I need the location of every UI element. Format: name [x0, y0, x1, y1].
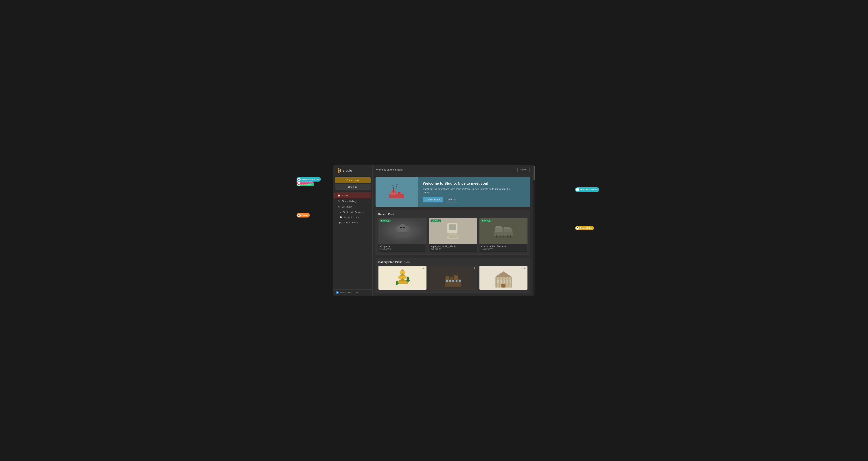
- sidebar-nav: 🏠 Home ⚙ Studio Gallery ✕ My Studio ⊞ St…: [333, 191, 372, 289]
- svg-point-7: [391, 193, 393, 194]
- annotation-gallery-left: Studio Gallery: [302, 178, 315, 180]
- banner-text: Welcome to Studio. Nice to meet you! Che…: [418, 177, 516, 207]
- banner-title: Welcome to Studio. Nice to meet you!: [423, 181, 511, 185]
- svg-rect-60: [457, 273, 458, 276]
- file-name-rail: Commuter Rail Station.io: [481, 245, 526, 248]
- svg-rect-41: [507, 235, 508, 238]
- sidebar: studio Create new Open file 🏠 Home ⚙ Stu…: [333, 165, 373, 296]
- svg-rect-21: [397, 234, 398, 238]
- svg-marker-67: [495, 271, 512, 277]
- nav-gallery-label: Studio Gallery: [342, 200, 356, 203]
- topbar-title: Welcome back to Studio!: [376, 168, 403, 171]
- sign-in-button[interactable]: Sign in: [517, 167, 530, 172]
- svg-rect-24: [406, 234, 408, 238]
- gallery-card-pagoda[interactable]: 👁: [378, 266, 427, 290]
- svg-rect-5: [393, 189, 395, 192]
- svg-rect-63: [452, 280, 454, 282]
- scrollbar-thumb[interactable]: [533, 165, 535, 180]
- gallery-icon: ⚙: [337, 200, 340, 203]
- file-badge-mac: SAMPLE: [431, 220, 441, 222]
- recent-files-title: Recent Files: [378, 212, 528, 215]
- always-show-checkbox[interactable]: [336, 291, 339, 294]
- files-grid: SAMPLE: [378, 218, 528, 252]
- svg-rect-61: [446, 280, 448, 282]
- svg-rect-64: [456, 280, 458, 282]
- svg-rect-58: [446, 273, 448, 277]
- always-show-option[interactable]: Always show on start: [336, 291, 370, 294]
- svg-point-10: [400, 193, 401, 194]
- file-card-mac[interactable]: SAMPLE: [429, 218, 477, 252]
- sidebar-bottom: Always show on start: [333, 289, 372, 296]
- rail-model-preview: [493, 223, 514, 239]
- gallery-card-factory[interactable]: ⬇: [429, 266, 477, 290]
- svg-marker-43: [401, 269, 404, 271]
- svg-rect-65: [459, 280, 461, 282]
- sidebar-item-forum[interactable]: 💬 Studio Forum ↗: [334, 215, 371, 220]
- annotation-option-left: Option: [302, 214, 308, 217]
- annotation-create-new-left: Create new: [302, 183, 312, 185]
- forum-label: Studio Forum ↗: [344, 216, 359, 219]
- svg-rect-35: [496, 226, 501, 228]
- file-info-mac: apple_macintosh_1984.io 242 PARTS: [429, 244, 477, 252]
- svg-rect-78: [510, 277, 512, 288]
- gallery-download-icon: ⬇: [473, 267, 475, 269]
- annotation-home-left: Home: [302, 181, 307, 183]
- banner-image: [375, 177, 418, 207]
- svg-rect-73: [496, 277, 497, 288]
- file-info-rail: Commuter Rail Station.io 2090 PARTS: [479, 244, 527, 252]
- dismiss-button[interactable]: Dismiss: [445, 197, 459, 202]
- open-file-button[interactable]: Open file: [335, 184, 371, 190]
- sidebar-item-launch-tutorial[interactable]: ▶ Launch Tutorial: [334, 220, 371, 225]
- banner-description: Check out this tutorial and learn basic …: [423, 188, 511, 194]
- svg-point-9: [397, 193, 398, 194]
- launch-tutorial-button[interactable]: Launch tutorial: [423, 197, 443, 202]
- svg-rect-27: [450, 233, 452, 234]
- svg-point-8: [394, 193, 396, 194]
- svg-marker-45: [400, 273, 405, 276]
- file-thumb-rail: SAMPLE: [479, 218, 527, 244]
- content-area: Welcome to Studio. Nice to meet you! Che…: [373, 174, 533, 296]
- sidebar-item-studio-gallery[interactable]: ⚙ Studio Gallery: [334, 199, 371, 204]
- svg-rect-77: [508, 277, 509, 288]
- svg-point-20: [403, 227, 405, 229]
- always-show-label: Always show on start: [340, 291, 359, 294]
- svg-rect-26: [449, 225, 456, 230]
- sidebar-logo: studio: [333, 165, 372, 175]
- file-card-cougar[interactable]: SAMPLE: [378, 218, 427, 252]
- gallery-thumb-church: 👁: [479, 266, 527, 290]
- sidebar-item-my-studio[interactable]: ✕ My Studio: [334, 204, 371, 210]
- gallery-grid: 👁: [378, 266, 528, 290]
- nav-my-studio-label: My Studio: [342, 206, 352, 208]
- gallery-more-link[interactable]: MORE: [404, 261, 410, 263]
- sidebar-item-home[interactable]: 🏠 Home: [334, 193, 371, 198]
- annotation-my-studio-left: My Studio: [302, 178, 311, 180]
- studio-logo-icon: [336, 168, 341, 173]
- sidebar-item-help-center[interactable]: ⊞ Studio Help Center ↗: [334, 210, 371, 215]
- help-center-label: Studio Help Center ↗: [343, 211, 364, 213]
- home-icon: 🏠: [337, 194, 340, 197]
- annotation-resources-left: Resources: [302, 180, 312, 182]
- gallery-card-church[interactable]: 👁: [479, 266, 528, 290]
- svg-rect-42: [510, 235, 511, 238]
- pagoda-preview: [393, 268, 412, 288]
- tutorial-3d-model: [385, 183, 408, 201]
- file-parts-cougar: 359 PARTS: [380, 248, 425, 250]
- svg-point-19: [400, 227, 402, 229]
- annotation-recent-files-right: Recent Files: [580, 227, 592, 229]
- svg-rect-31: [449, 236, 457, 238]
- file-thumb-mac: SAMPLE: [429, 218, 477, 244]
- my-studio-icon: ✕: [337, 206, 340, 208]
- svg-line-13: [396, 185, 397, 189]
- cougar-model-preview: [393, 222, 412, 240]
- sidebar-actions: Create new Open file: [333, 175, 372, 191]
- forum-icon: 💬: [339, 216, 342, 219]
- logo-text: studio: [343, 169, 352, 173]
- svg-rect-79: [501, 284, 505, 288]
- file-card-rail[interactable]: SAMPLE: [479, 218, 528, 252]
- create-new-button[interactable]: Create new: [335, 177, 371, 183]
- svg-point-12: [393, 185, 394, 186]
- scrollbar[interactable]: [533, 165, 535, 296]
- file-name-mac: apple_macintosh_1984.io: [431, 245, 475, 248]
- file-info-cougar: Cougar.io 359 PARTS: [378, 244, 427, 252]
- svg-rect-38: [496, 235, 497, 238]
